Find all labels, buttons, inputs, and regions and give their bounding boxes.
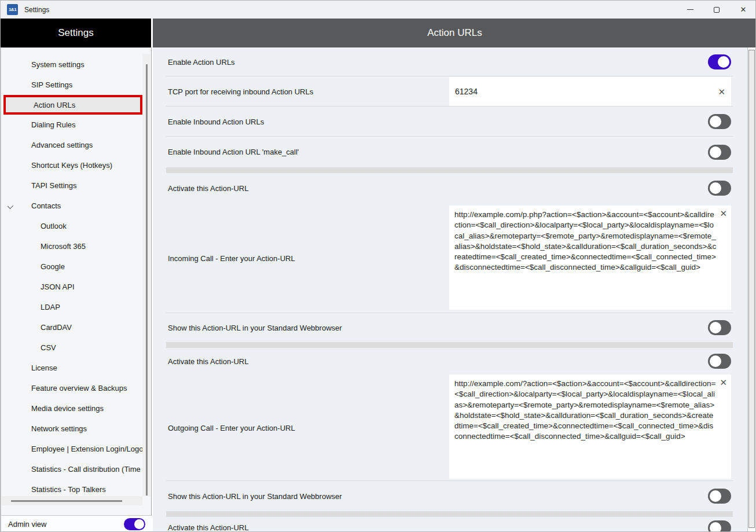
toggle-knob (710, 146, 721, 158)
sidebar-item-json-api[interactable]: JSON API (1, 277, 151, 297)
toggle-knob (710, 322, 721, 333)
enable-action-urls-toggle[interactable] (708, 54, 731, 69)
outgoing-show-label: Show this Action-URL in your Standard We… (168, 492, 342, 501)
third-activate-label: Activate this Action-URL (168, 523, 248, 532)
sidebar-nav: System settings SIP Settings Action URLs… (1, 47, 152, 515)
sidebar-item-label: Statistics - Top Talkers (31, 485, 106, 494)
sidebar-item-label: Network settings (31, 424, 87, 433)
sidebar-item-label: JSON API (41, 282, 75, 291)
toggle-knob (134, 519, 144, 529)
window-title: Settings (24, 6, 49, 14)
sidebar-item-label: Advanced settings (31, 141, 93, 149)
third-activate-toggle[interactable] (708, 520, 731, 532)
sidebar-item-label: CSV (41, 343, 56, 352)
tcp-port-row: TCP port for receiving inbound Action UR… (153, 76, 748, 107)
outgoing-url-row: Outgoing Call - Enter your Action-URL ht… (153, 375, 748, 481)
sidebar-item-label: TAPI Settings (31, 181, 77, 190)
sidebar-item-label: LDAP (41, 303, 60, 311)
sidebar-item-label: Contacts (31, 201, 61, 210)
settings-window: 1&1 Settings ✕ Settings System settings … (0, 0, 756, 532)
tcp-port-label: TCP port for receiving inbound Action UR… (168, 87, 313, 96)
chevron-down-icon (8, 203, 13, 209)
incoming-activate-label: Activate this Action-URL (168, 184, 248, 193)
sidebar-item-tapi-settings[interactable]: TAPI Settings (1, 175, 151, 196)
tcp-port-input[interactable]: 61234 ✕ (449, 77, 731, 106)
toggle-knob (718, 56, 729, 68)
sidebar-item-network-settings[interactable]: Network settings (1, 419, 151, 439)
outgoing-url-textarea[interactable]: http://example.com/?action=<$action>&acc… (449, 375, 731, 479)
enable-inbound-toggle[interactable] (708, 114, 731, 129)
enable-action-urls-row: Enable Action URLs (153, 47, 748, 76)
toggle-knob (710, 182, 721, 194)
sidebar-item-label: License (31, 364, 57, 372)
maximize-icon (714, 7, 720, 13)
maximize-button[interactable] (703, 1, 730, 19)
minimize-icon (687, 9, 693, 10)
sidebar-item-advanced-settings[interactable]: Advanced settings (1, 135, 151, 155)
incoming-activate-row: Activate this Action-URL (153, 173, 748, 203)
incoming-url-row: Incoming Call - Enter your Action-URL ht… (153, 203, 748, 313)
close-button[interactable]: ✕ (730, 1, 756, 19)
clear-icon[interactable]: ✕ (718, 87, 725, 96)
outgoing-activate-toggle[interactable] (708, 354, 731, 369)
sidebar-item-dialing-rules[interactable]: Dialing Rules (1, 115, 151, 135)
sidebar-item-contacts[interactable]: Contacts (1, 196, 151, 216)
admin-view-row: Admin view (1, 515, 152, 532)
sidebar-item-shortcut-keys[interactable]: Shortcut Keys (Hotkeys) (1, 155, 151, 175)
sidebar-item-label: SIP Settings (31, 80, 72, 89)
sidebar-item-label: Statistics - Call distribution (Time of (31, 465, 149, 474)
sidebar-item-csv[interactable]: CSV (1, 337, 151, 358)
enable-inbound-make-call-toggle[interactable] (708, 145, 731, 160)
sidebar-item-feature-overview-backups[interactable]: Feature overview & Backups (1, 378, 151, 398)
admin-view-toggle[interactable] (124, 518, 145, 530)
incoming-show-toggle[interactable] (708, 320, 731, 335)
toggle-knob (710, 355, 721, 367)
sidebar-vertical-scrollbar-thumb[interactable] (146, 64, 148, 496)
incoming-url-textarea[interactable]: http://example.com/p.php?action=<$action… (449, 206, 731, 310)
sidebar-item-label: Feature overview & Backups (31, 384, 127, 392)
sidebar-item-statistics-call-distribution[interactable]: Statistics - Call distribution (Time of (1, 459, 151, 479)
sidebar-item-label: CardDAV (41, 323, 72, 332)
sidebar-item-label: Microsoft 365 (41, 242, 86, 251)
sidebar-item-system-settings[interactable]: System settings (1, 54, 151, 75)
enable-inbound-make-call-row: Enable Inbound Action URL 'make_call' (153, 137, 748, 167)
tcp-port-value: 61234 (455, 87, 718, 96)
minimize-button[interactable] (677, 1, 703, 19)
outgoing-activate-label: Activate this Action-URL (168, 357, 248, 366)
section-divider (166, 511, 733, 517)
sidebar-item-label: Outlook (41, 222, 67, 230)
clear-icon[interactable]: ✕ (720, 378, 727, 387)
enable-inbound-make-call-label: Enable Inbound Action URL 'make_call' (168, 148, 299, 156)
sidebar-item-label: Google (41, 262, 65, 271)
page-title: Action URLs (153, 19, 756, 47)
third-activate-row: Activate this Action-URL (153, 517, 748, 532)
incoming-url-value: http://example.com/p.php?action=<$action… (454, 210, 716, 271)
enable-action-urls-label: Enable Action URLs (168, 58, 235, 67)
outgoing-show-row: Show this Action-URL in your Standard We… (153, 481, 748, 511)
section-divider (166, 167, 733, 173)
sidebar-item-ldap[interactable]: LDAP (1, 297, 151, 317)
sidebar-item-label: Shortcut Keys (Hotkeys) (31, 161, 112, 170)
incoming-show-label: Show this Action-URL in your Standard We… (168, 324, 342, 332)
enable-inbound-row: Enable Inbound Action URLs (153, 107, 748, 137)
sidebar-item-microsoft-365[interactable]: Microsoft 365 (1, 236, 151, 256)
main-vertical-scrollbar-thumb[interactable] (748, 50, 755, 528)
sidebar-item-sip-settings[interactable]: SIP Settings (1, 75, 151, 95)
toggle-knob (710, 116, 721, 127)
sidebar-horizontal-scrollbar-thumb[interactable] (11, 500, 122, 502)
sidebar-item-action-urls[interactable]: Action URLs (3, 95, 142, 115)
clear-icon[interactable]: ✕ (720, 209, 727, 218)
outgoing-activate-row: Activate this Action-URL (153, 348, 748, 375)
sidebar-item-carddav[interactable]: CardDAV (1, 317, 151, 337)
outgoing-url-label: Outgoing Call - Enter your Action-URL (168, 424, 295, 432)
incoming-activate-toggle[interactable] (708, 181, 731, 196)
outgoing-show-toggle[interactable] (708, 489, 731, 504)
sidebar-item-employee-extension-login-logout[interactable]: Employee | Extension Login/Logout (1, 439, 151, 459)
sidebar-item-label: Media device settings (31, 404, 104, 413)
sidebar-item-license[interactable]: License (1, 358, 151, 378)
sidebar-item-media-device-settings[interactable]: Media device settings (1, 398, 151, 419)
window-controls: ✕ (677, 1, 756, 19)
sidebar-item-outlook[interactable]: Outlook (1, 216, 151, 236)
section-divider (166, 342, 733, 348)
sidebar-item-google[interactable]: Google (1, 256, 151, 277)
